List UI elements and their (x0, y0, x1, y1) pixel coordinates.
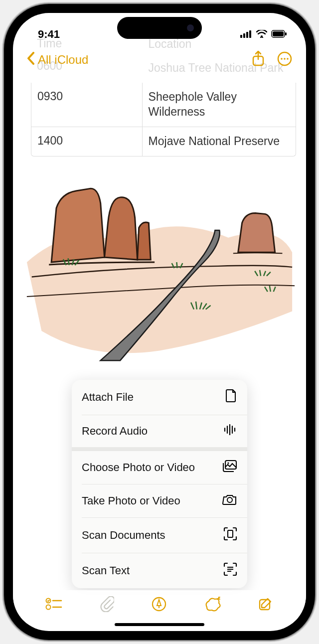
menu-choose-photo[interactable]: Choose Photo or Video (72, 451, 247, 484)
bottom-toolbar (13, 590, 306, 620)
status-time: 9:41 (38, 28, 60, 41)
camera-icon (222, 493, 237, 508)
table-row[interactable]: 1400 Mojave National Preserve (31, 127, 296, 156)
svg-rect-2 (246, 32, 248, 38)
wifi-icon (256, 28, 267, 41)
svg-point-10 (281, 58, 283, 60)
svg-rect-1 (243, 33, 245, 38)
itinerary-table: 0930 Sheephole Valley Wilderness 1400 Mo… (31, 83, 296, 157)
menu-label: Take Photo or Video (82, 494, 180, 507)
svg-rect-21 (228, 530, 233, 537)
svg-point-26 (46, 605, 51, 610)
menu-scan-text[interactable]: Scan Text (72, 553, 247, 588)
menu-label: Scan Documents (82, 529, 165, 542)
file-icon (225, 389, 237, 406)
desert-sketch (22, 162, 297, 362)
menu-label: Scan Text (82, 564, 130, 577)
svg-rect-6 (273, 31, 284, 36)
menu-attach-file[interactable]: Attach File (72, 380, 247, 415)
menu-scan-documents[interactable]: Scan Documents (72, 518, 247, 553)
screen: Time 0600 Location Joshua Tree National … (13, 13, 306, 631)
checklist-button[interactable] (45, 597, 62, 613)
svg-point-4 (261, 35, 263, 37)
waveform-icon (223, 424, 237, 438)
back-button[interactable]: All iCloud (27, 52, 88, 68)
svg-point-20 (227, 497, 232, 502)
menu-label: Record Audio (82, 425, 148, 438)
compose-button[interactable] (259, 597, 274, 614)
scan-doc-icon (223, 527, 237, 544)
battery-icon (271, 28, 287, 41)
back-label: All iCloud (38, 53, 88, 67)
attachment-button[interactable] (99, 596, 114, 614)
nav-bar: All iCloud (13, 45, 306, 75)
menu-label: Choose Photo or Video (82, 461, 195, 474)
svg-point-19 (227, 462, 229, 464)
svg-rect-0 (240, 35, 242, 38)
svg-point-11 (284, 58, 286, 60)
ai-tools-button[interactable] (204, 596, 222, 614)
cell-time: 0930 (31, 83, 143, 127)
share-button[interactable] (251, 50, 265, 69)
svg-rect-7 (285, 32, 287, 35)
menu-take-photo[interactable]: Take Photo or Video (72, 484, 247, 517)
cell-location: Mojave National Preserve (143, 127, 296, 156)
home-indicator[interactable] (115, 623, 204, 626)
phone-frame: Time 0600 Location Joshua Tree National … (4, 4, 315, 640)
cell-time: 1400 (31, 127, 143, 156)
menu-label: Attach File (82, 391, 134, 404)
cell-location: Sheephole Valley Wilderness (143, 83, 296, 127)
attach-menu: Attach File Record Audio Choose Photo or… (72, 380, 247, 588)
markup-button[interactable] (151, 596, 167, 614)
dynamic-island (117, 17, 202, 39)
svg-point-12 (287, 58, 289, 60)
gallery-icon (222, 460, 237, 475)
cellular-icon (240, 28, 252, 41)
more-button[interactable] (277, 51, 292, 68)
menu-record-audio[interactable]: Record Audio (72, 415, 247, 447)
scan-text-icon (223, 562, 237, 579)
table-row[interactable]: 0930 Sheephole Valley Wilderness (31, 83, 296, 127)
chevron-left-icon (27, 52, 35, 68)
svg-rect-3 (249, 30, 251, 38)
